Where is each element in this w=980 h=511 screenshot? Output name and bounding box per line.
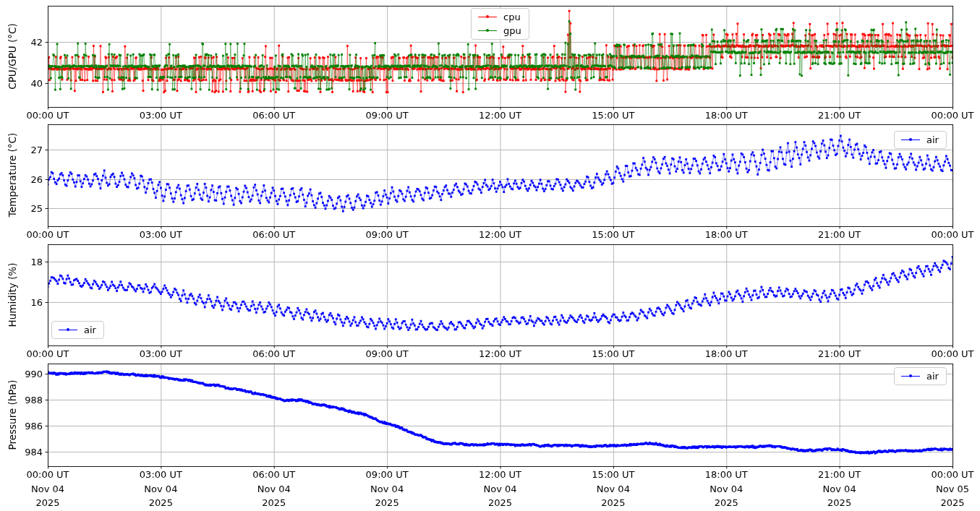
legend-label-gpu: gpu bbox=[503, 25, 521, 36]
x-tick-label: 18:00 UT bbox=[705, 469, 748, 480]
x-tick-label: 09:00 UT bbox=[366, 348, 409, 359]
legend-pressure: air bbox=[894, 367, 947, 385]
air-line-sample-icon bbox=[901, 376, 920, 377]
y-tick-label: 986 bbox=[25, 421, 43, 431]
y-tick-label: 27 bbox=[30, 144, 43, 155]
legend-entry-cpu: cpu bbox=[478, 12, 521, 22]
x-tick-label: 06:00 UT bbox=[252, 110, 295, 121]
x-tick-label: 15:00 UT bbox=[592, 110, 634, 121]
y-tick-label: 984 bbox=[25, 447, 43, 458]
x-tick-date-label: Nov 04 bbox=[483, 483, 516, 494]
x-tick-label: 18:00 UT bbox=[705, 110, 748, 121]
cpu-line-sample-icon bbox=[478, 17, 497, 17]
x-tick-label: 21:00 UT bbox=[818, 110, 861, 121]
y-axis-label-cpu-gpu: CPU/GPU (°C) bbox=[7, 23, 18, 89]
x-tick-label: 09:00 UT bbox=[366, 229, 409, 240]
x-tick-label: 00:00 UT bbox=[26, 229, 69, 240]
x-tick-date-label: Nov 05 bbox=[936, 483, 969, 494]
x-tick-label: 00:00 UT bbox=[26, 348, 69, 359]
x-tick-label: 15:00 UT bbox=[592, 469, 634, 480]
legend-temperature: air bbox=[894, 131, 947, 149]
legend-entry-air-pressure: air bbox=[901, 371, 939, 382]
y-tick-label: 25 bbox=[30, 203, 43, 214]
y-axis-label-humidity: Humidity (%) bbox=[7, 263, 18, 327]
x-tick-label: 03:00 UT bbox=[140, 110, 182, 121]
legend-label-air-pressure: air bbox=[926, 371, 939, 382]
x-tick-label: 00:00 UT bbox=[26, 469, 69, 480]
y-tick-label: 42 bbox=[30, 37, 43, 48]
x-tick-year-label: 2025 bbox=[149, 497, 173, 507]
x-tick-year-label: 2025 bbox=[601, 497, 625, 507]
y-tick-label: 18 bbox=[30, 256, 43, 267]
plots-canvas bbox=[0, 0, 980, 511]
x-tick-label: 09:00 UT bbox=[366, 469, 409, 480]
x-tick-label: 12:00 UT bbox=[479, 348, 521, 359]
x-tick-year-label: 2025 bbox=[715, 497, 738, 507]
gpu-line-sample-icon bbox=[478, 30, 497, 31]
legend-humidity: air bbox=[51, 321, 104, 339]
x-tick-date-label: Nov 04 bbox=[31, 483, 64, 494]
x-tick-year-label: 2025 bbox=[488, 497, 512, 507]
x-tick-label: 21:00 UT bbox=[818, 229, 861, 240]
x-tick-label: 21:00 UT bbox=[818, 469, 861, 480]
y-tick-label: 40 bbox=[30, 78, 43, 89]
x-tick-label: 12:00 UT bbox=[479, 110, 521, 121]
x-tick-year-label: 2025 bbox=[375, 497, 399, 507]
y-tick-label: 990 bbox=[25, 369, 43, 379]
x-tick-label: 00:00 UT bbox=[931, 348, 973, 359]
x-tick-label: 00:00 UT bbox=[931, 229, 973, 240]
y-axis-label-pressure: Pressure (hPa) bbox=[7, 380, 18, 450]
legend-entry-air-humidity: air bbox=[59, 325, 96, 335]
figure: CPU/GPU (°C) Temperature (°C) Humidity (… bbox=[0, 0, 980, 511]
legend-entry-air-temperature: air bbox=[901, 134, 939, 145]
x-tick-year-label: 2025 bbox=[827, 497, 851, 507]
x-tick-label: 06:00 UT bbox=[252, 229, 295, 240]
air-line-sample-icon bbox=[59, 330, 77, 330]
x-tick-date-label: Nov 04 bbox=[370, 483, 404, 494]
x-tick-label: 03:00 UT bbox=[140, 348, 182, 359]
x-tick-label: 15:00 UT bbox=[592, 229, 634, 240]
x-tick-date-label: Nov 04 bbox=[144, 483, 177, 494]
y-tick-label: 16 bbox=[30, 296, 43, 307]
x-tick-label: 00:00 UT bbox=[931, 469, 973, 480]
x-tick-label: 18:00 UT bbox=[705, 348, 748, 359]
legend-label-cpu: cpu bbox=[503, 12, 521, 22]
x-tick-label: 03:00 UT bbox=[140, 469, 182, 480]
y-axis-label-temperature: Temperature (°C) bbox=[7, 133, 18, 218]
legend-label-air-temperature: air bbox=[926, 134, 939, 145]
x-tick-label: 03:00 UT bbox=[140, 229, 182, 240]
x-tick-label: 18:00 UT bbox=[705, 229, 748, 240]
x-tick-label: 21:00 UT bbox=[818, 348, 861, 359]
x-tick-year-label: 2025 bbox=[262, 497, 286, 507]
air-line-sample-icon bbox=[901, 139, 920, 140]
x-tick-year-label: 2025 bbox=[35, 497, 59, 507]
x-tick-label: 09:00 UT bbox=[366, 110, 409, 121]
legend-cpu-gpu: cpu gpu bbox=[471, 8, 529, 40]
y-tick-label: 988 bbox=[25, 395, 43, 405]
x-tick-label: 06:00 UT bbox=[252, 348, 295, 359]
legend-entry-gpu: gpu bbox=[478, 25, 521, 36]
x-tick-date-label: Nov 04 bbox=[257, 483, 291, 494]
y-tick-label: 26 bbox=[30, 173, 43, 184]
x-tick-date-label: Nov 04 bbox=[597, 483, 630, 494]
x-tick-label: 12:00 UT bbox=[479, 469, 521, 480]
x-tick-label: 12:00 UT bbox=[479, 229, 521, 240]
legend-label-air-humidity: air bbox=[84, 325, 96, 335]
x-tick-year-label: 2025 bbox=[940, 497, 964, 507]
x-tick-date-label: Nov 04 bbox=[823, 483, 856, 494]
x-tick-label: 00:00 UT bbox=[26, 110, 69, 121]
x-tick-label: 00:00 UT bbox=[931, 110, 973, 121]
x-tick-date-label: Nov 04 bbox=[710, 483, 743, 494]
x-tick-label: 15:00 UT bbox=[592, 348, 634, 359]
x-tick-label: 06:00 UT bbox=[252, 469, 295, 480]
